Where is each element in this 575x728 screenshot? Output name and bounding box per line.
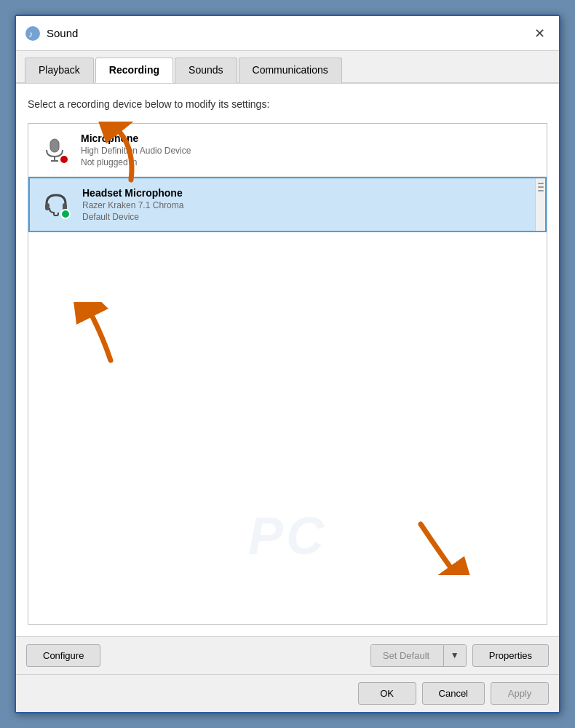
configure-button[interactable]: Configure	[26, 644, 100, 667]
instruction-text: Select a recording device below to modif…	[28, 98, 547, 110]
headset-status-green	[60, 209, 71, 219]
microphone-name: Microphone	[81, 132, 191, 144]
cancel-button[interactable]: Cancel	[422, 682, 485, 705]
microphone-icon-wrap	[39, 134, 71, 166]
headset-info: Headset Microphone Razer Kraken 7.1 Chro…	[82, 187, 183, 222]
svg-text:♪: ♪	[28, 28, 33, 39]
device-action-buttons: Configure Set Default ▼ Properties	[16, 636, 559, 674]
watermark: PC	[248, 506, 327, 566]
tab-bar: Playback Recording Sounds Communications	[16, 51, 559, 84]
tab-sounds[interactable]: Sounds	[175, 58, 237, 83]
set-default-label: Set Default	[371, 645, 444, 666]
microphone-status-red	[59, 154, 69, 165]
sound-icon: ♪	[25, 25, 41, 41]
tab-communications[interactable]: Communications	[239, 58, 342, 83]
window-title: Sound	[47, 27, 78, 39]
close-button[interactable]: ✕	[528, 23, 550, 44]
tab-recording[interactable]: Recording	[95, 58, 173, 83]
right-action-buttons: Set Default ▼ Properties	[370, 644, 549, 667]
scrollbar[interactable]	[535, 178, 545, 231]
microphone-sub2: Not plugged in	[81, 157, 191, 167]
microphone-sub1: High Definition Audio Device	[81, 146, 191, 156]
ok-button[interactable]: OK	[358, 682, 416, 705]
device-item-microphone[interactable]: Microphone High Definition Audio Device …	[28, 124, 547, 177]
set-default-dropdown-arrow[interactable]: ▼	[444, 645, 466, 666]
scrollbar-lines	[538, 183, 544, 191]
content-area: Select a recording device below to modif…	[16, 84, 559, 636]
microphone-info: Microphone High Definition Audio Device …	[81, 132, 191, 167]
sound-dialog: ♪ Sound ✕ Playback Recording Sounds Comm…	[15, 15, 560, 713]
properties-button[interactable]: Properties	[472, 644, 549, 667]
set-default-button-group[interactable]: Set Default ▼	[370, 644, 467, 667]
tab-playback[interactable]: Playback	[25, 58, 94, 83]
dialog-footer: OK Cancel Apply	[16, 674, 559, 712]
title-bar: ♪ Sound ✕	[16, 16, 559, 51]
headset-name: Headset Microphone	[82, 187, 183, 199]
headset-sub2: Default Device	[82, 212, 183, 222]
device-item-headset[interactable]: Headset Microphone Razer Kraken 7.1 Chro…	[28, 177, 547, 232]
configure-btn-wrap: Configure	[26, 644, 100, 667]
svg-rect-3	[50, 139, 59, 152]
apply-button[interactable]: Apply	[491, 682, 549, 705]
headset-icon-wrap	[40, 189, 72, 221]
device-list[interactable]: Microphone High Definition Audio Device …	[28, 123, 547, 625]
title-bar-left: ♪ Sound	[25, 25, 78, 41]
headset-sub1: Razer Kraken 7.1 Chroma	[82, 200, 183, 210]
